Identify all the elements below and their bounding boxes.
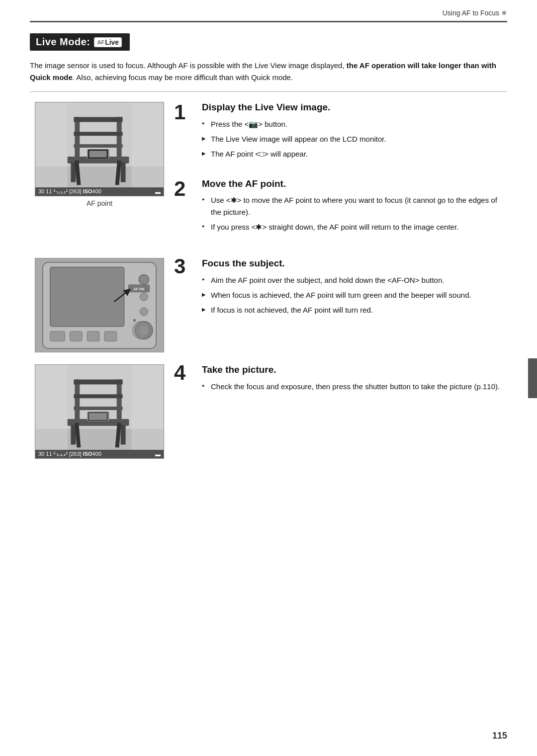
svg-rect-29	[87, 331, 99, 341]
step2-content: Move the AF point. Use <✱> to move the A…	[202, 178, 507, 237]
battery-icon-2: ▬	[155, 451, 161, 457]
step1-bullets: Press the <📷> button. The Live View imag…	[202, 118, 507, 160]
svg-rect-14	[35, 102, 68, 189]
status-text-2: 30 11 ²·₁,₁,₁² [263] ISO400	[38, 451, 101, 457]
status-bar-2: 30 11 ²·₁,₁,₁² [263] ISO400 ▬	[35, 450, 164, 458]
step4-image-col: 30 11 ²·₁,₁,₁² [263] ISO400 ▬	[30, 364, 174, 459]
step3-right: 3 Focus the subject. Aim the AF point ov…	[174, 258, 507, 320]
step4-bullets: Check the focus and exposure, then press…	[202, 381, 507, 392]
svg-rect-37	[74, 380, 122, 385]
step3-content: Focus the subject. Aim the AF point over…	[202, 258, 507, 320]
step1-number: 1	[174, 102, 198, 123]
section-divider	[30, 91, 507, 92]
step3-bullet-1: Aim the AF point over the subject, and h…	[202, 274, 507, 286]
status-text-1: 30 11 ²·₁,₁,₁² [263] ISO400	[38, 188, 101, 195]
svg-rect-36	[117, 380, 122, 424]
chapter-tab	[528, 358, 537, 398]
svg-rect-15	[132, 102, 164, 189]
live-text: Live	[105, 38, 119, 46]
camera-back-svg: AF-ON ⊕	[35, 258, 164, 352]
step1-bullet-3: The AF point <□> will appear.	[202, 148, 507, 160]
svg-rect-48	[132, 365, 164, 451]
live-mode-label: Live Mode:	[36, 36, 90, 48]
intro-paragraph: The image sensor is used to focus. Altho…	[30, 60, 507, 84]
svg-text:AF-ON: AF-ON	[133, 287, 144, 291]
svg-rect-18	[50, 267, 124, 326]
svg-rect-9	[121, 163, 126, 182]
step4-bullet-1: Check the focus and exposure, then press…	[202, 381, 507, 392]
step3-bullet-3: If focus is not achieved, the AF point w…	[202, 304, 507, 316]
step4-title: Take the picture.	[202, 364, 507, 376]
page-container: Using AF to Focus ✳ Live Mode: AFLive Th…	[0, 0, 537, 756]
step1-title: Display the Live View image.	[202, 102, 507, 113]
steps-1-2-content: 1 Display the Live View image. Press the…	[174, 102, 507, 246]
battery-icon: ▬	[155, 189, 161, 195]
af-icon: AF	[97, 39, 104, 45]
step3-bullet-2: When focus is achieved, the AF point wil…	[202, 289, 507, 301]
step1-caption: AF point	[87, 199, 112, 207]
chair-image-2: 30 11 ²·₁,₁,₁² [263] ISO400 ▬	[35, 364, 164, 459]
svg-point-31	[132, 321, 150, 339]
svg-point-20	[140, 293, 148, 301]
step1: 1 Display the Live View image. Press the…	[174, 102, 507, 164]
svg-rect-41	[71, 425, 76, 445]
svg-rect-45	[87, 412, 109, 421]
svg-point-19	[139, 274, 149, 284]
svg-rect-42	[121, 425, 126, 445]
chair-image-1: 30 11 ²·₁,₁,₁² [263] ISO400 ▬	[35, 102, 164, 196]
step1-content: Display the Live View image. Press the <…	[202, 102, 507, 164]
step3-image-col: AF-ON ⊕	[30, 258, 174, 352]
svg-rect-4	[74, 117, 122, 122]
step1-bullet-1: Press the <📷> button.	[202, 118, 507, 130]
step2-bullet-1: Use <✱> to move the AF point to where yo…	[202, 194, 507, 218]
svg-rect-8	[71, 163, 76, 182]
step3-title: Focus the subject.	[202, 258, 507, 269]
chair-svg-2	[35, 364, 164, 459]
svg-rect-2	[75, 117, 80, 162]
svg-text:⊕: ⊕	[133, 318, 136, 322]
step-row-3: AF-ON ⊕	[30, 258, 507, 352]
step2-bullet-2: If you press <✱> straight down, the AF p…	[202, 221, 507, 233]
step2: 2 Move the AF point. Use <✱> to move the…	[174, 178, 507, 237]
svg-rect-28	[70, 331, 82, 341]
step1-image-col: 30 11 ²·₁,₁,₁² [263] ISO400 ▬ AF point	[30, 102, 174, 207]
step4-content: Take the picture. Check the focus and ex…	[202, 364, 507, 396]
step2-title: Move the AF point.	[202, 178, 507, 190]
svg-rect-38	[74, 394, 122, 398]
step2-bullets: Use <✱> to move the AF point to where yo…	[202, 194, 507, 233]
chair-svg-1	[35, 102, 164, 196]
step4-number: 4	[174, 362, 198, 383]
svg-rect-47	[35, 365, 68, 451]
svg-rect-3	[117, 117, 122, 162]
step3-bullets: Aim the AF point over the subject, and h…	[202, 274, 507, 316]
page-number: 115	[492, 731, 507, 741]
step2-number: 2	[174, 178, 198, 199]
step4-right: 4 Take the picture. Check the focus and …	[174, 364, 507, 396]
step3-number: 3	[174, 256, 198, 277]
step-row-1-2: 30 11 ²·₁,₁,₁² [263] ISO400 ▬ AF point 1…	[30, 102, 507, 246]
af-live-badge: AFLive	[94, 37, 122, 47]
status-bar-1: 30 11 ²·₁,₁,₁² [263] ISO400 ▬	[35, 187, 164, 196]
step1-bullet-2: The Live View image will appear on the L…	[202, 133, 507, 145]
svg-rect-6	[74, 144, 122, 148]
page-header: Using AF to Focus ✳	[30, 0, 507, 22]
svg-rect-30	[104, 331, 117, 341]
svg-point-21	[140, 308, 148, 316]
svg-rect-5	[74, 132, 122, 136]
live-mode-heading: Live Mode: AFLive	[30, 33, 130, 51]
step-row-4: 30 11 ²·₁,₁,₁² [263] ISO400 ▬ 4 Take the…	[30, 364, 507, 459]
camera-back-image: AF-ON ⊕	[35, 258, 164, 352]
svg-rect-39	[74, 407, 122, 410]
svg-rect-35	[75, 380, 80, 424]
header-title: Using AF to Focus ✳	[443, 9, 507, 17]
svg-rect-27	[50, 331, 65, 341]
